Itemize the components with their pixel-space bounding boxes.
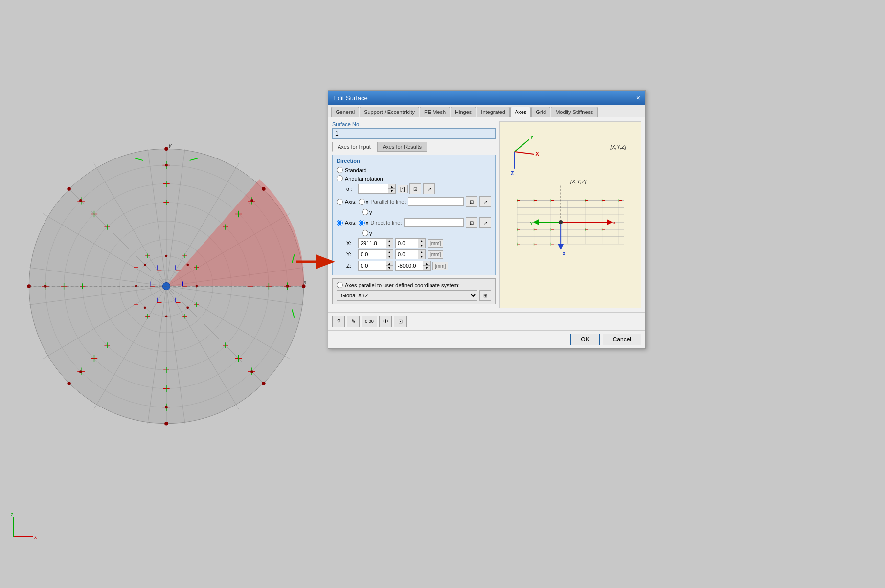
coord-y-spin2[interactable]: ▲ ▼: [395, 249, 426, 259]
coord-y-value2[interactable]: [396, 250, 418, 258]
svg-text:y: y: [530, 220, 533, 225]
dialog-titlebar: Edit Surface ×: [328, 91, 645, 105]
dialog-close-button[interactable]: ×: [636, 94, 640, 102]
coord-x-up2[interactable]: ▲: [418, 239, 425, 243]
tab-hinges[interactable]: Hinges: [451, 107, 476, 117]
canvas-area: y x: [15, 29, 318, 543]
subtab-axes-input[interactable]: Axes for Input: [332, 142, 376, 152]
viewport: y x x z Edit Surface ×: [0, 0, 885, 588]
tab-integrated[interactable]: Integrated: [477, 107, 510, 117]
subtab-axes-results[interactable]: Axes for Results: [377, 142, 427, 152]
svg-point-106: [165, 255, 168, 257]
direct-icon2[interactable]: ↗: [479, 217, 491, 228]
dialog-title-text: Edit Surface: [333, 94, 368, 102]
axis-direct-row: Axis: x Direct to line: ⊡ ↗: [337, 217, 491, 228]
tab-axes[interactable]: Axes: [510, 107, 531, 117]
radio-angular-row: Angular rotation: [337, 175, 491, 181]
coord-x-spin1[interactable]: ▲ ▼: [358, 238, 393, 248]
coord-y-spin1[interactable]: ▲ ▼: [358, 249, 393, 259]
coord-x-down2[interactable]: ▼: [418, 243, 425, 248]
toolbar-btn-view[interactable]: 👁: [379, 316, 392, 327]
coord-y-label: Y:: [346, 251, 356, 257]
svg-point-82: [165, 164, 168, 167]
svg-text:x: x: [303, 279, 307, 285]
tab-general[interactable]: General: [331, 107, 359, 117]
axis-label: Axis:: [345, 199, 357, 204]
coord-x-spin2-btns: ▲ ▼: [418, 239, 425, 248]
coord-y-unit: [mm]: [428, 250, 443, 259]
coord-z-down2[interactable]: ▼: [423, 266, 430, 270]
tab-grid[interactable]: Grid: [531, 107, 550, 117]
svg-point-77: [262, 382, 266, 385]
coord-x-value1[interactable]: [359, 239, 386, 247]
cancel-button[interactable]: Cancel: [603, 334, 641, 345]
dialog-tabs: General Support / Eccentricity FE Mesh H…: [328, 105, 645, 117]
parallel-line-input[interactable]: [408, 197, 464, 206]
coord-z-up2[interactable]: ▲: [423, 261, 430, 266]
svg-point-110: [165, 315, 168, 317]
toolbar-btn-edit[interactable]: ✎: [347, 316, 360, 327]
svg-text:z: z: [11, 512, 13, 517]
coord-z-value1[interactable]: [359, 262, 386, 270]
tab-support[interactable]: Support / Eccentricity: [360, 107, 419, 117]
coord-y-value1[interactable]: [359, 250, 386, 258]
coord-x-label: X:: [346, 240, 356, 246]
axis-y-direct-radio: y: [362, 230, 491, 236]
radio-cs[interactable]: [337, 282, 343, 288]
parallel-icon1[interactable]: ⊡: [466, 196, 477, 207]
coord-z-down1[interactable]: ▼: [386, 266, 393, 270]
angle-spin-down[interactable]: ▼: [388, 189, 395, 193]
angle-icon-btn2[interactable]: ↗: [423, 183, 435, 194]
coord-y-spin2-btns: ▲ ▼: [418, 250, 425, 259]
angle-icon-btn1[interactable]: ⊡: [409, 183, 421, 194]
coord-z-value2[interactable]: [396, 262, 423, 270]
svg-line-136: [515, 152, 534, 154]
direct-to-line-label: Direct to line:: [370, 220, 402, 226]
direction-title: Direction: [337, 158, 491, 164]
ok-button[interactable]: OK: [570, 334, 599, 345]
axis-direct-label: Axis:: [345, 220, 357, 226]
coord-z-spin1[interactable]: ▲ ▼: [358, 261, 393, 271]
parallel-icon2[interactable]: ↗: [479, 196, 491, 207]
svg-point-74: [164, 147, 168, 151]
svg-text:z: z: [563, 250, 565, 256]
angle-value[interactable]: [359, 185, 388, 193]
toolbar-btn-help[interactable]: ?: [332, 316, 345, 327]
coord-z-spin2[interactable]: ▲ ▼: [395, 261, 431, 271]
coord-x-spin2[interactable]: ▲ ▼: [395, 238, 426, 248]
svg-point-81: [67, 187, 71, 191]
toolbar-btn-decimals[interactable]: 0.00: [362, 316, 377, 327]
radio-angular[interactable]: [337, 175, 343, 181]
coord-x-row: X: ▲ ▼ ▲: [346, 238, 491, 248]
toolbar-btn-grid[interactable]: ⊡: [394, 316, 407, 327]
cs-icon-btn[interactable]: ⊞: [479, 290, 491, 301]
direct-line-input[interactable]: [404, 218, 464, 227]
coord-z-label: Z:: [346, 263, 356, 269]
edit-surface-dialog: Edit Surface × General Support / Eccentr…: [328, 90, 646, 349]
sub-tabs: Axes for Input Axes for Results: [332, 142, 496, 152]
tab-femesh[interactable]: FE Mesh: [420, 107, 450, 117]
coord-y-row: Y: ▲ ▼ ▲: [346, 249, 491, 259]
radio-standard[interactable]: [337, 167, 343, 173]
coord-x-down1[interactable]: ▼: [386, 243, 393, 248]
direct-icon1[interactable]: ⊡: [466, 217, 477, 228]
radio-axis-parallel[interactable]: [337, 199, 343, 205]
dialog-body: Surface No. Axes for Input Axes for Resu…: [328, 117, 645, 312]
angle-spin-up[interactable]: ▲: [388, 184, 395, 189]
coord-z-up1[interactable]: ▲: [386, 261, 393, 266]
coord-x-value2[interactable]: [396, 239, 418, 247]
radio-axis-direct[interactable]: [337, 220, 343, 226]
tab-modify-stiffness[interactable]: Modify Stiffness: [551, 107, 597, 117]
cs-dropdown[interactable]: Global XYZ: [337, 290, 477, 301]
coord-z-unit: [mm]: [432, 262, 448, 270]
surface-no-input[interactable]: [332, 128, 496, 139]
coord-y-spin1-btns: ▲ ▼: [386, 250, 393, 259]
coord-x-up1[interactable]: ▲: [386, 239, 393, 243]
axis-parallel-row: Axis: x Parallel to line: ⊡ ↗: [337, 196, 491, 207]
angle-spin-input[interactable]: ▲ ▼: [358, 184, 396, 194]
coord-y-down2[interactable]: ▼: [418, 254, 425, 259]
coord-y-up1[interactable]: ▲: [386, 250, 393, 254]
coord-y-down1[interactable]: ▼: [386, 254, 393, 259]
coord-y-up2[interactable]: ▲: [418, 250, 425, 254]
axis-x-direct-radio: x: [359, 220, 369, 226]
